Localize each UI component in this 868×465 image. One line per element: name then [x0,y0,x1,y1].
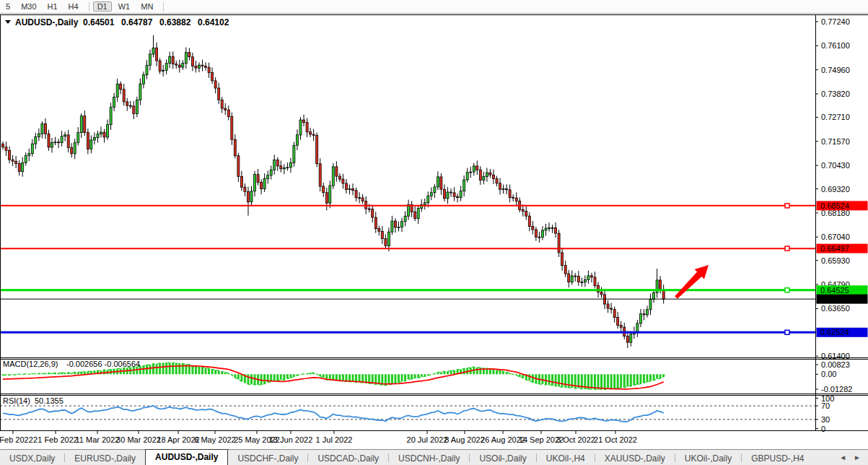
candlestick-layer [2,35,665,348]
symbol-tab-GBPUSD-H4[interactable]: GBPUSD-,H4 [742,452,813,465]
timeframe-button-M30[interactable]: M30 [17,1,40,12]
candle-bear [368,209,370,209]
candle-bear [9,150,11,160]
candle-bear [310,132,312,134]
symbol-tab-USDCAD-Daily[interactable]: USDCAD-,Daily [308,452,388,465]
candle-bull [649,300,652,310]
candle-bear [352,189,354,191]
price-tick-label: 0.63650 [821,304,850,313]
candle-bear [662,291,665,300]
symbol-tab-AUDUSD-Daily[interactable]: AUDUSD-,Daily [145,449,228,465]
candle-bull [35,136,37,144]
candle-bull [404,216,406,221]
price-tick-label: 0.73820 [821,90,850,98]
symbol-tab-USDCHF-Daily[interactable]: USDCHF-,Daily [228,452,307,465]
price-tick-label: 0.70430 [821,161,850,170]
line-handle[interactable] [785,246,789,251]
candle-bear [493,175,495,178]
candle-bear [574,276,577,277]
timeframe-button-H1[interactable]: H1 [43,1,62,12]
candle-bear [276,160,279,166]
candle-bear [626,336,628,343]
candle-bear [496,179,498,183]
candle-bull [61,136,63,143]
candle-bear [395,221,397,227]
macd-axis-label: 0.00 [821,370,836,378]
chart-area[interactable]: 0.772400.761000.749600.738200.727100.715… [0,0,868,465]
candle-bull [463,180,465,191]
candle-bull [97,134,99,138]
candle-bear [581,282,583,282]
title-close: 0.64102 [198,17,229,27]
timeframe-button-D1[interactable]: D1 [93,1,112,12]
candle-bull [417,208,419,218]
line-handle[interactable] [785,330,789,334]
candle-bull [299,120,302,135]
price-tick-label: 0.72710 [821,113,850,121]
tab-scroll-left-icon[interactable]: ◄ [839,453,846,461]
svg-text:AUDUSD-,Daily 0.64501: AUDUSD-,Daily 0.64501 0.64787 0.63882 0.… [15,17,229,27]
candle-bear [303,120,305,123]
line-handle[interactable] [785,204,789,208]
symbol-tab-USOil-Daily[interactable]: USOil-,Daily [470,452,535,465]
timeframe-button-5[interactable]: 5 [1,1,14,12]
candle-bear [175,64,177,65]
chart-title: AUDUSD-,Daily 0.64501 0.64787 0.63882 0.… [5,17,229,27]
candle-bear [457,196,459,197]
candle-bear [365,201,367,209]
candle-bear [208,67,210,72]
symbol-tab-USDX-Daily[interactable]: USDX,Daily [0,452,64,465]
symbol-tab-USDCNH-Daily[interactable]: USDCNH-,Daily [389,452,469,465]
candle-bear [535,230,537,237]
candle-bull [332,167,334,186]
candle-bull [401,222,403,227]
candle-bull [250,191,253,202]
candle-bear [590,276,592,277]
symbol-tab-EURUSD-Daily[interactable]: EURUSD-,Daily [65,452,145,465]
candle-bear [538,237,540,238]
price-label-text: 0.64102 [820,295,849,303]
symbol-tab-UKOil-H4[interactable]: UKOil-,H4 [537,452,595,465]
candle-bull [22,162,24,171]
candle-bear [218,88,220,100]
candle-bear [643,314,645,315]
candle-bear [205,66,207,67]
candle-bear [224,108,227,110]
candle-bear [558,233,560,253]
line-handle[interactable] [785,288,789,292]
trend-arrow-annotation[interactable] [675,265,709,299]
title-low: 0.63882 [159,17,191,27]
tab-scroll-right-icon[interactable]: ► [854,453,861,461]
macd-label: MACD(12,26,9) -0.002656 -0.006564 [3,360,140,368]
candle-bear [564,266,566,274]
dropdown-triangle-icon[interactable] [5,20,11,24]
candle-bull [502,188,504,189]
candle-bull [427,196,429,203]
candle-bear [450,192,452,193]
candle-bull [51,142,53,147]
candle-bull [548,228,551,229]
candle-bull [77,133,79,143]
candle-bear [178,65,180,67]
candle-bull [31,144,33,154]
candle-bear [577,277,579,282]
candle-bear [440,177,442,189]
candle-bull [146,65,148,74]
candle-bear [336,167,338,176]
symbol-tab-UKOil-Daily[interactable]: UKOil-,Daily [675,452,741,465]
candle-bull [460,191,462,198]
candle-bull [93,138,95,140]
timeframe-button-H4[interactable]: H4 [64,1,83,12]
candle-bear [323,186,325,193]
date-tick-label: 18 Apr 2022 [157,435,199,444]
candle-bull [263,178,266,188]
candle-bear [156,48,158,61]
timeframe-button-MN[interactable]: MN [136,1,157,12]
timeframe-button-W1[interactable]: W1 [114,1,135,12]
candle-bull [486,173,488,176]
candle-bull [283,168,285,169]
date-tick-label: 11 Mar 2022 [76,435,120,444]
candle-bear [67,135,69,148]
symbol-tab-XAUUSD-Daily[interactable]: XAUUSD-,Daily [595,452,675,465]
date-tick-label: 30 Mar 2022 [116,435,161,444]
